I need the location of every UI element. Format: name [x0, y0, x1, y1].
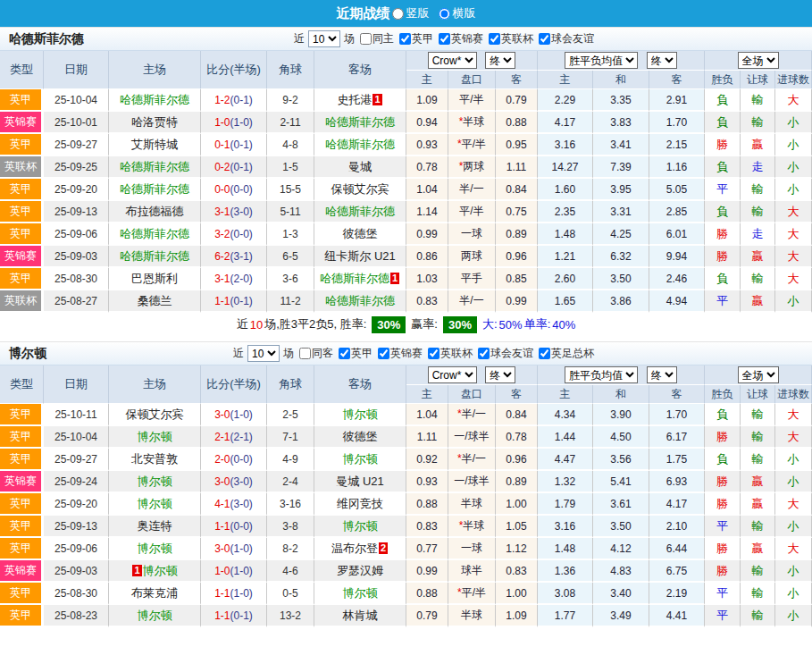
- cell-avg-draw: 4.50: [593, 426, 649, 449]
- same-venue-filter[interactable]: 同主: [360, 31, 394, 46]
- layout-option-horizontal[interactable]: 横版: [439, 5, 476, 21]
- league-checkbox[interactable]: [399, 33, 411, 45]
- team-link[interactable]: 布拉德福德: [126, 205, 184, 218]
- team-link[interactable]: 曼城 U21: [336, 475, 383, 488]
- team-link[interactable]: 曼城: [348, 160, 372, 173]
- cell-odds-handicap: 一/球半: [448, 471, 496, 493]
- team-link[interactable]: 巴恩斯利: [131, 272, 178, 285]
- team-link[interactable]: 哈德斯菲尔德: [120, 249, 189, 263]
- team-link[interactable]: 哈德斯菲尔德: [120, 227, 189, 240]
- same-venue-filter[interactable]: 同客: [299, 346, 333, 361]
- cell-type: 英甲: [0, 449, 44, 471]
- recent-games-select[interactable]: 10: [308, 30, 340, 47]
- scope-select[interactable]: 全场: [738, 366, 779, 383]
- cell-avg-away: 5.05: [649, 179, 705, 201]
- team-link[interactable]: 布莱克浦: [131, 586, 178, 600]
- team-link[interactable]: 哈德斯菲尔德: [120, 182, 189, 196]
- team-link[interactable]: 奥连特: [138, 519, 172, 533]
- team-link[interactable]: 哈德斯菲尔德: [320, 272, 389, 285]
- cell-avg-home: 1.48: [538, 538, 593, 560]
- cell-type: 英联杯: [0, 290, 44, 313]
- avg-stage-select[interactable]: 终: [647, 366, 677, 383]
- team-link[interactable]: 博尔顿: [343, 452, 378, 466]
- games-label: 场: [283, 346, 294, 361]
- team-link[interactable]: 史托港: [337, 93, 372, 106]
- league-filter[interactable]: 英锦赛: [439, 31, 483, 46]
- avg-type-select[interactable]: 胜平负均值: [565, 366, 638, 383]
- table-row: 英甲25-09-06博尔顿3-0(1-0)8-2温布尔登20.77一球1.121…: [0, 538, 812, 560]
- cell-away-team: 温布尔登2: [314, 538, 406, 560]
- league-checkbox[interactable]: [339, 348, 350, 359]
- league-checkbox[interactable]: [478, 348, 490, 359]
- team-link[interactable]: 哈德斯菲尔德: [325, 115, 395, 129]
- league-checkbox[interactable]: [378, 348, 389, 359]
- team-link[interactable]: 哈德斯菲尔德: [325, 294, 395, 307]
- cell-score: 1-0(1-0): [201, 112, 267, 134]
- cell-result-goals: 大: [775, 223, 812, 246]
- team-link[interactable]: 桑德兰: [138, 294, 172, 307]
- team-link[interactable]: 林肯城: [343, 609, 378, 622]
- team-link[interactable]: 维冈竞技: [337, 497, 383, 510]
- team-link[interactable]: 博尔顿: [143, 564, 178, 577]
- team-link[interactable]: 博尔顿: [343, 586, 378, 600]
- league-checkbox[interactable]: [539, 348, 550, 359]
- avg-type-select[interactable]: 胜平负均值: [565, 52, 638, 69]
- team-link[interactable]: 哈德斯菲尔德: [325, 205, 395, 218]
- odds-provider-select[interactable]: Crow*: [428, 366, 477, 383]
- league-checkbox[interactable]: [439, 33, 450, 45]
- team-link[interactable]: 艾斯特城: [131, 138, 178, 151]
- odds-provider-select[interactable]: Crow*: [428, 52, 477, 69]
- league-filter[interactable]: 球会友谊: [478, 346, 533, 361]
- team-link[interactable]: 博尔顿: [343, 407, 378, 421]
- team-link[interactable]: 博尔顿: [138, 475, 172, 488]
- table-row: 英锦赛25-09-031博尔顿1-0(1-0)4-6罗瑟汉姆0.99球半0.83…: [0, 560, 812, 583]
- layout-option-vertical[interactable]: 竖版: [392, 5, 430, 21]
- cell-result-handicap: 輸: [741, 268, 775, 290]
- cell-result-wdl: 勝: [705, 426, 741, 449]
- league-filter[interactable]: 英甲: [339, 346, 373, 361]
- league-filter[interactable]: 英联杯: [489, 31, 533, 46]
- cell-away-team: 哈德斯菲尔德: [314, 134, 406, 156]
- team-link[interactable]: 温布尔登: [331, 542, 378, 555]
- col-odds-away: 客: [496, 385, 538, 404]
- team-link[interactable]: 保顿艾尔宾: [331, 182, 389, 196]
- league-checkbox[interactable]: [489, 33, 500, 45]
- handicap-text: 半/一: [462, 407, 486, 420]
- team-link[interactable]: 保顿艾尔宾: [126, 407, 184, 421]
- league-checkbox[interactable]: [539, 33, 550, 45]
- cell-date: 25-08-27: [44, 290, 109, 313]
- team-link[interactable]: 博尔顿: [138, 609, 172, 622]
- result-text: 負: [716, 272, 728, 285]
- team-link[interactable]: 哈德斯菲尔德: [325, 138, 395, 151]
- league-filter[interactable]: 英甲: [399, 31, 433, 46]
- team-link[interactable]: 北安普敦: [131, 452, 178, 466]
- team-link[interactable]: 博尔顿: [138, 430, 172, 443]
- team-link[interactable]: 纽卡斯尔 U21: [324, 249, 395, 263]
- team-link[interactable]: 哈洛贾特: [131, 115, 178, 129]
- recent-games-select[interactable]: 10: [247, 345, 280, 362]
- result-text: 勝: [716, 249, 728, 263]
- league-filter[interactable]: 英锦赛: [378, 346, 423, 361]
- team-link[interactable]: 彼德堡: [343, 227, 378, 240]
- team-link[interactable]: 博尔顿: [138, 542, 172, 555]
- league-checkbox[interactable]: [428, 348, 439, 359]
- same-venue-checkbox[interactable]: [299, 348, 311, 359]
- league-filter[interactable]: 英足总杯: [539, 346, 594, 361]
- team-link[interactable]: 彼德堡: [343, 430, 378, 443]
- team-link[interactable]: 哈德斯菲尔德: [120, 93, 189, 106]
- odds-stage-select[interactable]: 终: [485, 52, 515, 69]
- scope-select[interactable]: 全场: [738, 52, 779, 69]
- team-link[interactable]: 哈德斯菲尔德: [120, 160, 189, 173]
- odds-stage-select[interactable]: 终: [485, 366, 515, 383]
- layout-radio-vertical[interactable]: [392, 8, 404, 20]
- half-time-score: (0-1): [230, 139, 253, 151]
- avg-stage-select[interactable]: 终: [647, 52, 677, 69]
- league-filter[interactable]: 英联杯: [428, 346, 473, 361]
- team-link[interactable]: 博尔顿: [138, 497, 172, 510]
- team-link[interactable]: 博尔顿: [343, 519, 378, 533]
- cell-avg-home: 4.47: [538, 449, 593, 471]
- league-filter[interactable]: 球会友谊: [539, 31, 594, 46]
- team-link[interactable]: 罗瑟汉姆: [337, 564, 383, 577]
- layout-radio-horizontal[interactable]: [439, 8, 450, 20]
- same-venue-checkbox[interactable]: [360, 33, 372, 45]
